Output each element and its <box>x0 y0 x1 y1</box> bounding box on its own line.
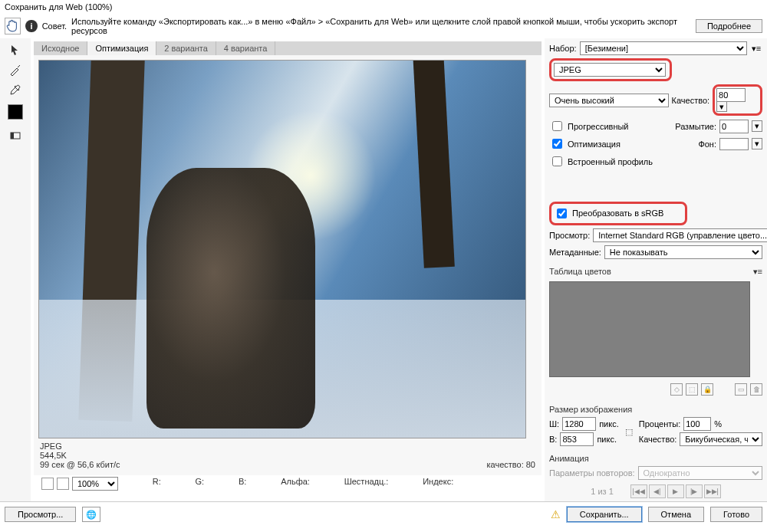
foreground-color-swatch[interactable] <box>8 104 23 120</box>
preview-button[interactable]: Просмотр... <box>5 507 76 522</box>
anim-prev-icon: ◀| <box>649 484 666 498</box>
blur-input[interactable] <box>719 120 749 133</box>
tab-2up[interactable]: 2 варианта <box>156 41 216 55</box>
percent-input[interactable] <box>683 417 711 431</box>
color-table-title: Таблица цветов ▾≡ <box>549 267 762 277</box>
height-input[interactable] <box>560 432 594 446</box>
preview-quality: качество: 80 <box>486 460 535 469</box>
hint-text: Используйте команду «Экспортировать как.… <box>71 17 691 35</box>
settings-panel: Набор: [Безимени] ▾≡ JPEG Очень высокий … <box>545 38 767 501</box>
optimized-checkbox[interactable] <box>552 139 562 149</box>
preview-time: 99 сек @ 56,6 кбит/с <box>40 460 120 469</box>
eyedropper-tool-icon[interactable] <box>7 81 24 98</box>
preview-tabs: Исходное Оптимизация 2 варианта 4 вариан… <box>34 41 542 55</box>
quality-dropdown-icon[interactable]: ▾ <box>716 101 727 112</box>
matte-swatch[interactable] <box>719 138 749 150</box>
bottom-bar: Просмотр... 🌐 ⚠ Сохранить... Отмена Гото… <box>0 501 767 527</box>
image-preview[interactable] <box>38 60 526 438</box>
svg-rect-1 <box>11 133 14 139</box>
anim-first-icon: |◀◀ <box>630 484 647 498</box>
browser-icon[interactable]: 🌐 <box>82 507 100 522</box>
resample-label: Качество: <box>639 435 677 444</box>
width-input[interactable] <box>562 417 596 431</box>
link-icon[interactable]: ⬚ <box>622 427 636 437</box>
animation-title: Анимация <box>549 454 762 463</box>
anim-play-icon: ▶ <box>667 484 684 498</box>
anim-last-icon: ▶▶| <box>704 484 721 498</box>
matte-dropdown-icon[interactable]: ▾ <box>752 138 762 149</box>
metadata-select[interactable]: Не показывать <box>604 245 762 259</box>
quality-label: Качество: <box>672 96 710 105</box>
image-size-title: Размер изображения <box>549 405 762 414</box>
layout-icon[interactable] <box>41 478 54 490</box>
pointer-tool-icon[interactable] <box>7 41 24 58</box>
metadata-label: Метаданные: <box>549 248 601 257</box>
tab-optimized[interactable]: Оптимизация <box>87 41 156 55</box>
color-table <box>549 281 750 377</box>
ct-icon-2[interactable]: ⬚ <box>686 383 698 396</box>
percent-label: Проценты: <box>639 419 681 429</box>
hint-label: Совет. <box>42 21 67 31</box>
color-readout: 100% R: G: B: Альфа: Шестнадц.: Индекс: <box>34 475 542 492</box>
preset-label: Набор: <box>549 44 577 53</box>
panel-menu-icon[interactable]: ▾≡ <box>750 44 762 54</box>
preview-profile-label: Просмотр: <box>549 231 590 240</box>
loop-select: Однократно <box>638 466 762 480</box>
loop-label: Параметры повторов: <box>549 468 635 478</box>
height-label: В: <box>549 435 557 444</box>
ct-icon-3[interactable]: 🔒 <box>701 383 713 396</box>
left-toolbar <box>0 38 31 501</box>
blur-label: Размытие: <box>675 122 716 131</box>
quality-input[interactable] <box>716 88 746 102</box>
blur-dropdown-icon[interactable]: ▾ <box>752 120 762 132</box>
preview-area: Исходное Оптимизация 2 варианта 4 вариан… <box>31 38 545 501</box>
anim-next-icon: |▶ <box>686 484 703 498</box>
zoom-select[interactable]: 100% <box>72 477 118 491</box>
ct-icon-1[interactable]: ◇ <box>670 383 683 396</box>
save-button[interactable]: Сохранить... <box>567 507 642 522</box>
matte-label: Фон: <box>698 140 716 149</box>
preset-select[interactable]: [Безимени] <box>580 41 747 55</box>
format-select[interactable]: JPEG <box>554 63 666 77</box>
tab-original[interactable]: Исходное <box>34 41 87 55</box>
frame-counter: 1 из 1 <box>591 487 614 496</box>
resample-select[interactable]: Бикубическая, че... <box>680 432 762 446</box>
layout-icon-2[interactable] <box>57 478 69 490</box>
warning-icon: ⚠ <box>551 508 561 521</box>
toggle-view-icon[interactable] <box>7 127 24 144</box>
tab-4up[interactable]: 4 варианта <box>216 41 276 55</box>
hint-bar: i Совет. Используйте команду «Экспортиро… <box>0 14 767 38</box>
quality-preset-select[interactable]: Очень высокий <box>549 94 669 107</box>
preview-filesize: 544,5K <box>40 451 120 460</box>
progressive-checkbox[interactable] <box>552 121 562 131</box>
preview-profile-select[interactable]: Internet Standard RGB (управление цвето.… <box>593 228 767 242</box>
width-label: Ш: <box>549 419 559 429</box>
details-button[interactable]: Подробнее <box>696 19 762 33</box>
done-button[interactable]: Готово <box>710 507 762 522</box>
ct-new-icon[interactable]: ▭ <box>735 383 747 396</box>
color-table-menu-icon[interactable]: ▾≡ <box>753 267 762 277</box>
cancel-button[interactable]: Отмена <box>648 507 704 522</box>
preview-format: JPEG <box>40 442 120 451</box>
slice-tool-icon[interactable] <box>7 61 24 78</box>
window-title: Сохранить для Web (100%) <box>0 0 767 14</box>
hand-tool-icon[interactable] <box>5 18 21 34</box>
convert-srgb-checkbox[interactable] <box>557 209 567 218</box>
info-icon: i <box>25 20 37 32</box>
ct-trash-icon[interactable]: 🗑 <box>750 383 762 396</box>
embed-profile-checkbox[interactable] <box>552 156 562 166</box>
